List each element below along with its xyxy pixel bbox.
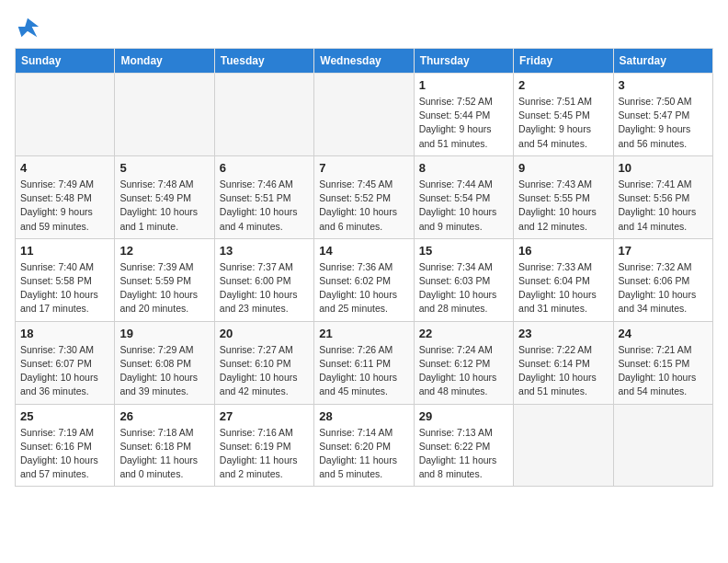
day-cell: 24Sunrise: 7:21 AM Sunset: 6:15 PM Dayli… bbox=[613, 321, 712, 404]
day-info: Sunrise: 7:46 AM Sunset: 5:51 PM Dayligh… bbox=[220, 178, 309, 234]
day-number: 16 bbox=[518, 244, 608, 258]
day-cell: 9Sunrise: 7:43 AM Sunset: 5:55 PM Daylig… bbox=[514, 155, 613, 238]
day-cell: 12Sunrise: 7:39 AM Sunset: 5:59 PM Dayli… bbox=[115, 238, 214, 321]
day-info: Sunrise: 7:27 AM Sunset: 6:10 PM Dayligh… bbox=[220, 343, 309, 399]
day-number: 14 bbox=[319, 244, 408, 258]
day-info: Sunrise: 7:24 AM Sunset: 6:12 PM Dayligh… bbox=[419, 343, 508, 399]
day-info: Sunrise: 7:43 AM Sunset: 5:55 PM Dayligh… bbox=[518, 178, 608, 234]
day-number: 27 bbox=[220, 409, 309, 423]
day-number: 23 bbox=[518, 327, 608, 340]
day-number: 7 bbox=[319, 161, 408, 175]
day-cell: 29Sunrise: 7:13 AM Sunset: 6:22 PM Dayli… bbox=[414, 404, 513, 487]
day-cell: 6Sunrise: 7:46 AM Sunset: 5:51 PM Daylig… bbox=[214, 155, 313, 238]
day-number: 15 bbox=[419, 244, 508, 258]
day-cell bbox=[514, 404, 613, 487]
day-cell: 26Sunrise: 7:18 AM Sunset: 6:18 PM Dayli… bbox=[115, 404, 214, 487]
day-number: 5 bbox=[119, 161, 209, 175]
day-cell: 8Sunrise: 7:44 AM Sunset: 5:54 PM Daylig… bbox=[414, 155, 513, 238]
day-info: Sunrise: 7:32 AM Sunset: 6:06 PM Dayligh… bbox=[619, 260, 708, 316]
day-info: Sunrise: 7:37 AM Sunset: 6:00 PM Dayligh… bbox=[220, 260, 309, 316]
svg-marker-0 bbox=[18, 18, 39, 38]
day-number: 26 bbox=[119, 409, 209, 423]
calendar-header-row: SundayMondayTuesdayWednesdayThursdayFrid… bbox=[16, 49, 713, 74]
day-number: 11 bbox=[20, 244, 109, 258]
day-number: 10 bbox=[619, 161, 708, 175]
day-info: Sunrise: 7:40 AM Sunset: 5:58 PM Dayligh… bbox=[20, 260, 109, 316]
day-number: 13 bbox=[220, 244, 309, 258]
day-info: Sunrise: 7:33 AM Sunset: 6:04 PM Dayligh… bbox=[518, 260, 608, 316]
day-info: Sunrise: 7:21 AM Sunset: 6:15 PM Dayligh… bbox=[619, 343, 708, 399]
day-info: Sunrise: 7:51 AM Sunset: 5:45 PM Dayligh… bbox=[518, 95, 608, 151]
day-number: 25 bbox=[20, 409, 109, 423]
day-number: 2 bbox=[518, 78, 608, 92]
col-header-thursday: Thursday bbox=[414, 49, 513, 74]
day-cell bbox=[314, 74, 414, 156]
day-cell: 22Sunrise: 7:24 AM Sunset: 6:12 PM Dayli… bbox=[414, 321, 513, 404]
day-number: 3 bbox=[619, 78, 708, 92]
day-cell: 16Sunrise: 7:33 AM Sunset: 6:04 PM Dayli… bbox=[514, 238, 613, 321]
col-header-monday: Monday bbox=[115, 49, 214, 74]
day-cell: 20Sunrise: 7:27 AM Sunset: 6:10 PM Dayli… bbox=[214, 321, 313, 404]
col-header-friday: Friday bbox=[514, 49, 613, 74]
day-info: Sunrise: 7:44 AM Sunset: 5:54 PM Dayligh… bbox=[419, 178, 508, 234]
day-cell: 13Sunrise: 7:37 AM Sunset: 6:00 PM Dayli… bbox=[214, 238, 313, 321]
calendar-table: SundayMondayTuesdayWednesdayThursdayFrid… bbox=[15, 48, 713, 487]
day-info: Sunrise: 7:36 AM Sunset: 6:02 PM Dayligh… bbox=[319, 260, 408, 316]
day-info: Sunrise: 7:50 AM Sunset: 5:47 PM Dayligh… bbox=[619, 95, 708, 151]
day-info: Sunrise: 7:30 AM Sunset: 6:07 PM Dayligh… bbox=[20, 343, 109, 399]
day-number: 17 bbox=[619, 244, 708, 258]
day-cell: 19Sunrise: 7:29 AM Sunset: 6:08 PM Dayli… bbox=[115, 321, 214, 404]
day-number: 20 bbox=[220, 327, 309, 340]
day-cell: 21Sunrise: 7:26 AM Sunset: 6:11 PM Dayli… bbox=[314, 321, 414, 404]
day-cell: 10Sunrise: 7:41 AM Sunset: 5:56 PM Dayli… bbox=[613, 155, 712, 238]
day-cell: 11Sunrise: 7:40 AM Sunset: 5:58 PM Dayli… bbox=[16, 238, 115, 321]
logo bbox=[15, 15, 44, 40]
day-number: 12 bbox=[119, 244, 209, 258]
logo-bird-icon bbox=[15, 15, 40, 40]
week-row-1: 1Sunrise: 7:52 AM Sunset: 5:44 PM Daylig… bbox=[16, 74, 713, 156]
day-cell bbox=[115, 74, 214, 156]
day-info: Sunrise: 7:41 AM Sunset: 5:56 PM Dayligh… bbox=[619, 178, 708, 234]
col-header-wednesday: Wednesday bbox=[314, 49, 414, 74]
day-number: 8 bbox=[419, 161, 508, 175]
day-number: 4 bbox=[20, 161, 109, 175]
day-cell: 23Sunrise: 7:22 AM Sunset: 6:14 PM Dayli… bbox=[514, 321, 613, 404]
day-cell: 1Sunrise: 7:52 AM Sunset: 5:44 PM Daylig… bbox=[414, 74, 513, 156]
day-cell: 28Sunrise: 7:14 AM Sunset: 6:20 PM Dayli… bbox=[314, 404, 414, 487]
day-number: 21 bbox=[319, 327, 408, 340]
day-cell bbox=[214, 74, 313, 156]
day-number: 24 bbox=[619, 327, 708, 340]
day-cell: 7Sunrise: 7:45 AM Sunset: 5:52 PM Daylig… bbox=[314, 155, 414, 238]
day-info: Sunrise: 7:14 AM Sunset: 6:20 PM Dayligh… bbox=[319, 426, 408, 482]
day-info: Sunrise: 7:45 AM Sunset: 5:52 PM Dayligh… bbox=[319, 178, 408, 234]
day-number: 9 bbox=[518, 161, 608, 175]
day-info: Sunrise: 7:48 AM Sunset: 5:49 PM Dayligh… bbox=[119, 178, 209, 234]
day-cell bbox=[16, 74, 115, 156]
day-info: Sunrise: 7:18 AM Sunset: 6:18 PM Dayligh… bbox=[119, 426, 209, 482]
day-info: Sunrise: 7:39 AM Sunset: 5:59 PM Dayligh… bbox=[119, 260, 209, 316]
day-cell: 4Sunrise: 7:49 AM Sunset: 5:48 PM Daylig… bbox=[16, 155, 115, 238]
day-number: 6 bbox=[220, 161, 309, 175]
day-cell: 25Sunrise: 7:19 AM Sunset: 6:16 PM Dayli… bbox=[16, 404, 115, 487]
week-row-2: 4Sunrise: 7:49 AM Sunset: 5:48 PM Daylig… bbox=[16, 155, 713, 238]
day-cell: 3Sunrise: 7:50 AM Sunset: 5:47 PM Daylig… bbox=[613, 74, 712, 156]
day-cell bbox=[613, 404, 712, 487]
day-info: Sunrise: 7:22 AM Sunset: 6:14 PM Dayligh… bbox=[518, 343, 608, 399]
day-number: 1 bbox=[419, 78, 508, 92]
day-number: 19 bbox=[119, 327, 209, 340]
day-info: Sunrise: 7:19 AM Sunset: 6:16 PM Dayligh… bbox=[20, 426, 109, 482]
day-number: 22 bbox=[419, 327, 508, 340]
day-number: 18 bbox=[20, 327, 109, 340]
week-row-3: 11Sunrise: 7:40 AM Sunset: 5:58 PM Dayli… bbox=[16, 238, 713, 321]
day-info: Sunrise: 7:34 AM Sunset: 6:03 PM Dayligh… bbox=[419, 260, 508, 316]
page-header bbox=[15, 15, 713, 40]
day-number: 29 bbox=[419, 409, 508, 423]
col-header-saturday: Saturday bbox=[613, 49, 712, 74]
day-info: Sunrise: 7:52 AM Sunset: 5:44 PM Dayligh… bbox=[419, 95, 508, 151]
day-cell: 2Sunrise: 7:51 AM Sunset: 5:45 PM Daylig… bbox=[514, 74, 613, 156]
day-number: 28 bbox=[319, 409, 408, 423]
day-cell: 15Sunrise: 7:34 AM Sunset: 6:03 PM Dayli… bbox=[414, 238, 513, 321]
day-info: Sunrise: 7:49 AM Sunset: 5:48 PM Dayligh… bbox=[20, 178, 109, 234]
day-cell: 5Sunrise: 7:48 AM Sunset: 5:49 PM Daylig… bbox=[115, 155, 214, 238]
week-row-4: 18Sunrise: 7:30 AM Sunset: 6:07 PM Dayli… bbox=[16, 321, 713, 404]
